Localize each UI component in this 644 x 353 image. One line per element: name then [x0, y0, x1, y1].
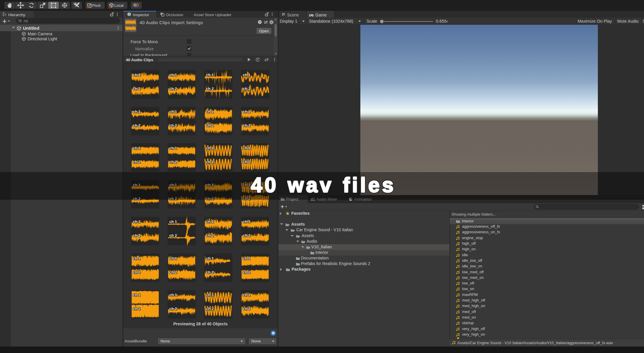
svg-text:ch 1: ch 1	[243, 256, 250, 261]
svg-text:ch 2: ch 2	[243, 307, 250, 311]
svg-text:?: ?	[259, 20, 261, 24]
svg-text:ch 1: ch 1	[206, 73, 214, 77]
svg-text:ch 1: ch 1	[206, 146, 214, 150]
svg-text:ch 1: ch 1	[133, 109, 140, 114]
svg-text:ch 2: ch 2	[243, 160, 250, 164]
svg-text:ch 1: ch 1	[169, 219, 177, 224]
svg-text:ch 2: ch 2	[133, 233, 140, 238]
svg-text:ch 2: ch 2	[133, 86, 140, 91]
svg-text:40 wav files: 40 wav files	[251, 174, 396, 197]
svg-text:ch 1: ch 1	[133, 219, 140, 224]
svg-text:ch 2: ch 2	[243, 86, 250, 91]
svg-text:ch 2: ch 2	[133, 307, 140, 311]
svg-text:ch 1: ch 1	[169, 256, 177, 261]
svg-text:ch 1: ch 1	[243, 293, 250, 297]
svg-text:ch 2: ch 2	[243, 270, 250, 274]
svg-text:ch 1: ch 1	[243, 73, 250, 77]
svg-text:ch 2: ch 2	[243, 233, 250, 238]
svg-text:ch 2: ch 2	[169, 123, 177, 128]
svg-text:ch 1: ch 1	[169, 146, 177, 150]
svg-text:ch 2: ch 2	[133, 270, 140, 274]
svg-text:ch 2: ch 2	[133, 123, 140, 128]
svg-text:ch 2: ch 2	[206, 270, 214, 274]
svg-text:ch 1: ch 1	[243, 146, 250, 150]
svg-text:ch 2: ch 2	[169, 270, 177, 274]
svg-text:ch 1: ch 1	[243, 109, 250, 114]
svg-text:ch 2: ch 2	[206, 307, 214, 311]
svg-text:ch 2: ch 2	[243, 123, 250, 128]
svg-text:ch 2: ch 2	[169, 233, 177, 238]
svg-text:ch 1: ch 1	[206, 256, 214, 261]
svg-text:ch 2: ch 2	[206, 233, 214, 238]
svg-text:ch 1: ch 1	[133, 256, 140, 261]
svg-text:ch 2: ch 2	[133, 160, 140, 164]
svg-text:ch 1: ch 1	[169, 109, 177, 114]
svg-text:ch 1: ch 1	[169, 73, 177, 77]
svg-text:ch 1: ch 1	[243, 219, 250, 224]
svg-text:ch 1: ch 1	[133, 146, 140, 150]
svg-text:ch 1: ch 1	[206, 219, 214, 224]
svg-text:ch 2: ch 2	[169, 160, 177, 164]
svg-text:ch 2: ch 2	[206, 86, 214, 91]
svg-text:ch 1: ch 1	[169, 293, 177, 297]
svg-text:ch 2: ch 2	[206, 160, 214, 164]
svg-text:ch 2: ch 2	[206, 123, 214, 128]
svg-text:ch 1: ch 1	[133, 73, 140, 77]
svg-text:ch 1: ch 1	[206, 109, 214, 114]
svg-text:ch 1: ch 1	[133, 293, 140, 297]
svg-text:ch 2: ch 2	[169, 86, 177, 91]
svg-text:ch 2: ch 2	[169, 307, 177, 311]
svg-text:ch 1: ch 1	[206, 293, 214, 297]
